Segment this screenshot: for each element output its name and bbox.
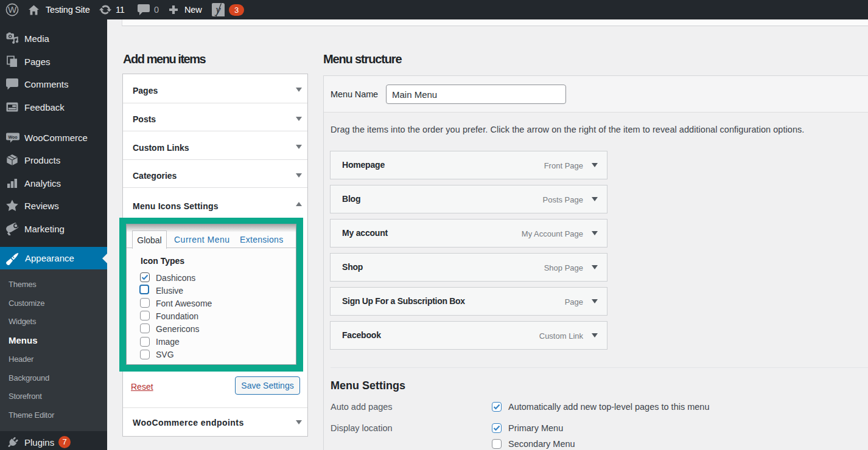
svg-text:W: W (8, 4, 17, 15)
svg-text:y: y (214, 3, 221, 16)
svg-text:Woo: Woo (8, 134, 17, 139)
